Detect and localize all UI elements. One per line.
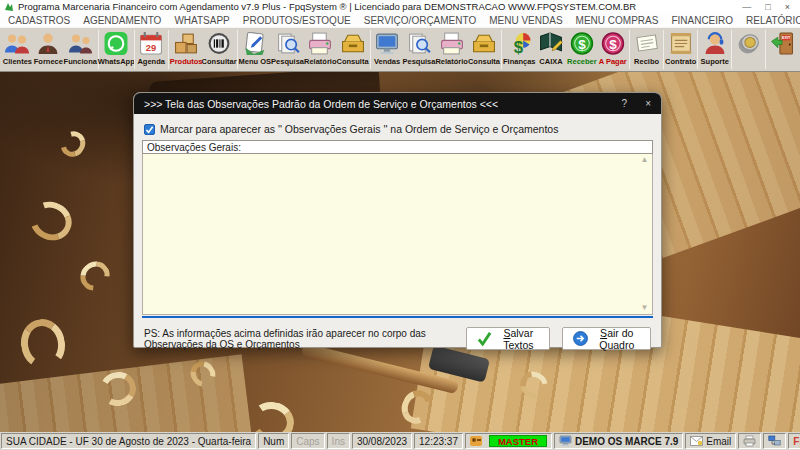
status-system-name: DEMO OS MARCE 7.9 (575, 436, 678, 447)
footer-note: PS: As informações acima definidas irão … (144, 328, 466, 350)
svg-text:$: $ (578, 37, 586, 52)
toolbar-vendas[interactable]: Vendas (372, 29, 403, 70)
menu-vendas[interactable]: MENU VENDAS (489, 15, 562, 26)
menu-relatorios[interactable]: RELATÓRIOS (746, 15, 800, 26)
dialog-close-button[interactable]: × (645, 98, 651, 109)
svg-text:$: $ (514, 38, 524, 56)
wood-shaving-decoration (56, 127, 90, 162)
observations-dialog: >>> Tela das Observações Padrão da Ordem… (133, 92, 662, 348)
toolbar-exit[interactable]: EXIT (767, 29, 798, 70)
svg-text:EXIT: EXIT (782, 36, 791, 40)
toolbar-separator (697, 30, 698, 69)
toolbar-produtos[interactable]: Produtos (170, 29, 203, 70)
toolbar-clientes[interactable]: Clientes (2, 29, 33, 70)
report-icon (439, 30, 465, 57)
status-user-name: MASTER (489, 435, 547, 447)
toolbar-separator (134, 30, 135, 69)
arrow-right-icon (573, 331, 588, 346)
menu-whatsapp[interactable]: WHATSAPP (174, 15, 229, 26)
check-icon (477, 331, 492, 346)
toolbar-suporte[interactable]: Suporte (699, 29, 730, 70)
svg-text:$: $ (609, 37, 617, 52)
search-pages-icon (406, 30, 432, 57)
observations-textarea[interactable] (143, 154, 652, 314)
memo-bottom-rule (142, 316, 653, 318)
menu-produtos-estoque[interactable]: PRODUTOS/ESTOQUE (243, 15, 351, 26)
toolbar-recibo[interactable]: Recibo (631, 29, 662, 70)
memo-scrollbar[interactable]: ▲ ▼ (638, 155, 651, 313)
toolbar-financas[interactable]: $ Finanças (503, 29, 536, 70)
toolbar-coin[interactable] (733, 29, 764, 70)
products-icon (173, 30, 199, 57)
search-pages-icon (275, 30, 301, 57)
check-icon (145, 125, 154, 134)
coin-icon (736, 30, 762, 57)
status-capslock: Caps (291, 433, 324, 449)
status-network[interactable] (763, 433, 786, 449)
observations-checkbox[interactable] (144, 124, 155, 135)
toolbar-a-pagar[interactable]: $ A Pagar (597, 29, 628, 70)
dialog-title: >>> Tela das Observações Padrão da Ordem… (144, 98, 498, 110)
toolbar-contrato[interactable]: Contrato (665, 29, 696, 70)
contract-icon (668, 30, 694, 57)
toolbar-consulta-vendas[interactable]: Consulta (468, 29, 500, 70)
save-texts-button[interactable]: Salvar Textos (466, 327, 549, 350)
toolbar-whatsapp[interactable]: WhatsApp (100, 29, 133, 70)
status-insert: Ins (327, 433, 350, 449)
menu-agendamento[interactable]: AGENDAMENTO (83, 15, 161, 26)
toolbar-separator (765, 30, 766, 69)
observations-field-label: Observações Gerais: (142, 140, 653, 154)
minimize-button[interactable]: — (742, 2, 751, 12)
scroll-up-icon[interactable]: ▲ (641, 155, 649, 165)
pay-dollar-icon: $ (600, 30, 626, 57)
archive-icon (471, 30, 497, 57)
statusbar: SUA CIDADE - UF 30 de Agosto de 2023 - Q… (0, 432, 800, 450)
barcode-icon (206, 30, 232, 57)
toolbar-separator (629, 30, 630, 69)
exit-dialog-button[interactable]: Sair do Quadro (562, 327, 652, 350)
checkbox-label[interactable]: Marcar para aparecer as '' Observações G… (160, 123, 558, 135)
toolbar-relatorio-vendas[interactable]: Relatório (435, 29, 468, 70)
toolbar-caixa[interactable]: CAIXA (536, 29, 567, 70)
status-email[interactable]: Email (685, 433, 736, 449)
toolbar-pesquisa-os[interactable]: Pesquisa (271, 29, 304, 70)
wood-shaving-decoration (75, 256, 116, 297)
toolbar-separator (501, 30, 502, 69)
wood-shaving-decoration (24, 195, 78, 247)
menu-servico-orcamento[interactable]: SERVIÇO/ORÇAMENTO (364, 15, 476, 26)
supplier-icon (35, 30, 61, 57)
dialog-titlebar[interactable]: >>> Tela das Observações Padrão da Ordem… (134, 93, 661, 114)
window-title: Programa Marcenaria Financeiro com Agend… (18, 1, 636, 12)
toolbar-consultar-produtos[interactable]: Consultar (203, 29, 236, 70)
menubar: CADASTROS AGENDAMENTO WHATSAPP PRODUTOS/… (0, 13, 800, 27)
toolbar-fornecedor[interactable]: Fornece (33, 29, 64, 70)
toolbar-menu-os[interactable]: Menu OS (239, 29, 272, 70)
toolbar-agenda[interactable]: 29 Agenda (136, 29, 167, 70)
toolbar-separator (663, 30, 664, 69)
report-icon (307, 30, 333, 57)
receive-dollar-icon: $ (569, 30, 595, 57)
status-system: DEMO OS MARCE 7.9 (554, 433, 683, 449)
toolbar-separator (237, 30, 238, 69)
menu-cadastros[interactable]: CADASTROS (8, 15, 70, 26)
menu-compras[interactable]: MENU COMPRAS (576, 15, 659, 26)
toolbar-consulta-os[interactable]: Consulta (337, 29, 369, 70)
support-icon (702, 30, 728, 57)
status-location: SUA CIDADE - UF 30 de Agosto de 2023 - Q… (1, 433, 256, 449)
toolbar-relatorio-os[interactable]: Relatório (304, 29, 337, 70)
toolbar-separator (731, 30, 732, 69)
service-order-icon (242, 30, 268, 57)
dialog-help-button[interactable]: ? (622, 98, 628, 109)
maximize-button[interactable]: □ (765, 2, 770, 12)
clients-icon (4, 30, 30, 57)
toolbar-funcionario[interactable]: Funciona (64, 29, 97, 70)
toolbar-separator (168, 30, 169, 69)
menu-financeiro[interactable]: FINANCEIRO (671, 15, 733, 26)
toolbar-receber[interactable]: $ Receber (566, 29, 597, 70)
toolbar-pesquisa-vendas[interactable]: Pesquisa (402, 29, 435, 70)
status-printer[interactable] (738, 433, 761, 449)
scroll-down-icon[interactable]: ▼ (641, 303, 649, 313)
status-date: 30/08/2023 (352, 433, 412, 449)
printer-icon (743, 435, 756, 447)
close-button[interactable]: × (785, 2, 790, 12)
